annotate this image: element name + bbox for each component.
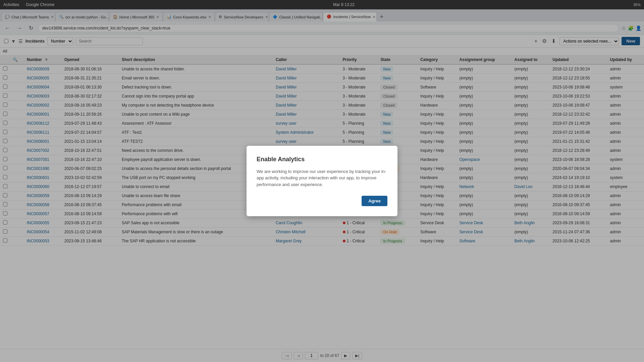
modal-overlay: Enable Analytics We are working to impro… xyxy=(0,0,644,362)
agree-button[interactable]: Agree xyxy=(362,196,387,206)
modal-footer: Agree xyxy=(257,196,387,206)
modal-body: We are working to improve our user exper… xyxy=(257,168,387,188)
enable-analytics-modal: Enable Analytics We are working to impro… xyxy=(247,146,397,217)
modal-title: Enable Analytics xyxy=(257,156,387,163)
